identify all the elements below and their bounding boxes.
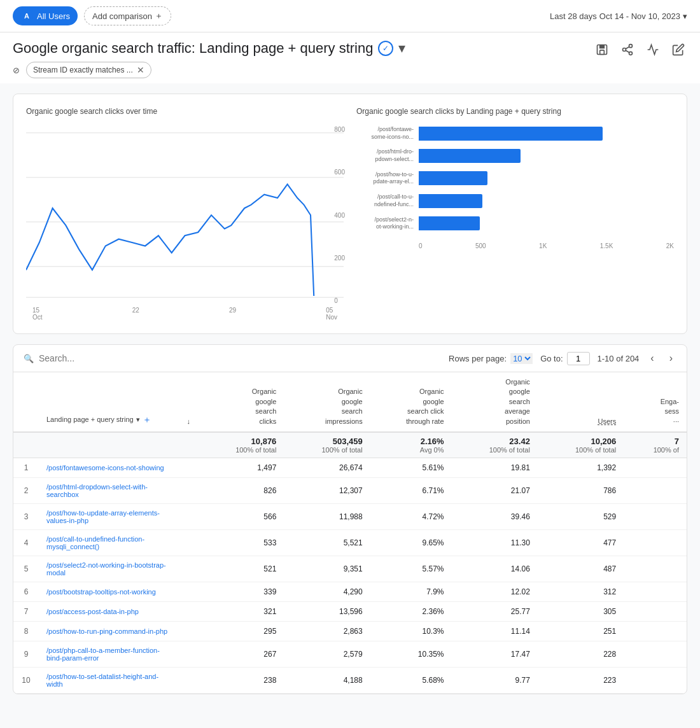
table-row: 2 /post/html-dropdown-select-with-search… (13, 477, 687, 503)
row-sort (179, 601, 198, 621)
row-clicks: 321 (198, 601, 284, 621)
svg-line-6 (626, 50, 629, 52)
row-position: 21.07 (452, 477, 538, 503)
row-ctr: 2.36% (370, 601, 452, 621)
row-clicks: 1,497 (198, 458, 284, 477)
chevron-down-icon[interactable]: ▾ (683, 11, 687, 21)
row-eng (624, 641, 687, 667)
all-users-button[interactable]: A All Users (13, 6, 78, 25)
row-landing[interactable]: /post/call-to-undefined-function-mysqli_… (39, 529, 179, 556)
row-landing[interactable]: /post/bootstrap-tooltips-not-working (39, 582, 179, 601)
totals-clicks: 10,876 100% of total (198, 432, 284, 458)
row-ctr: 9.65% (370, 529, 452, 556)
edit-icon (672, 43, 685, 56)
line-chart-area: 800 600 400 200 0 (26, 126, 344, 304)
add-dimension-icon[interactable]: ＋ (143, 414, 151, 426)
page-title-container: Google organic search traffic: Landing p… (13, 40, 405, 57)
col-header-users: Users (538, 372, 624, 432)
row-eng (624, 621, 687, 641)
row-ctr: 5.68% (370, 667, 452, 693)
bar-label: /post/html-dro-pdown-select... (356, 148, 414, 163)
chevron-down-icon-col[interactable]: ▾ (136, 415, 140, 424)
table-row: 9 /post/php-call-to-a-member-function-bi… (13, 641, 687, 667)
row-eng (624, 503, 687, 529)
row-num: 9 (13, 641, 39, 667)
row-ctr: 6.71% (370, 477, 452, 503)
filter-chip[interactable]: Stream ID exactly matches ... ✕ (26, 62, 151, 78)
title-actions (593, 41, 687, 62)
row-users: 251 (538, 621, 624, 641)
bar-row: /post/html-dro-pdown-select... (356, 148, 674, 163)
share-icon (621, 43, 634, 56)
row-clicks: 267 (198, 641, 284, 667)
svg-line-7 (626, 46, 629, 48)
bar-row: /post/how-to-u-pdate-array-el... (356, 171, 674, 186)
sort-icon[interactable]: ↓ (187, 417, 191, 425)
rows-per-page-select[interactable]: 10 25 50 (510, 353, 533, 364)
title-row: Google organic search traffic: Landing p… (13, 40, 687, 62)
row-landing[interactable]: /post/select2-not-working-in-bootstrap-m… (39, 556, 179, 582)
table-row: 6 /post/bootstrap-tooltips-not-working 3… (13, 582, 687, 601)
prev-page-button[interactable]: ‹ (647, 351, 657, 365)
row-landing[interactable]: /post/how-to-update-array-elements-value… (39, 503, 179, 529)
filter-bar: ⊘ Stream ID exactly matches ... ✕ (13, 62, 687, 78)
row-position: 9.77 (452, 667, 538, 693)
col-header-ctr: Organic google search click through rate (370, 372, 452, 432)
search-input[interactable] (39, 353, 230, 363)
insights-icon (647, 43, 659, 56)
row-users: 312 (538, 582, 624, 601)
search-box: 🔍 (24, 353, 449, 363)
all-users-label: All Users (37, 11, 70, 21)
table-row: 1 /post/fontawesome-icons-not-showing 1,… (13, 458, 687, 477)
row-impressions: 4,290 (284, 582, 370, 601)
row-num: 3 (13, 503, 39, 529)
totals-sort-cell (179, 432, 198, 458)
chevron-down-icon-title[interactable]: ▾ (398, 40, 405, 57)
date-range-prefix: Last 28 days (550, 11, 597, 21)
row-clicks: 566 (198, 503, 284, 529)
add-comparison-button[interactable]: Add comparison ＋ (84, 6, 171, 25)
bar-container (419, 216, 674, 230)
pagination-controls: Rows per page: 10 25 50 Go to: 1-10 of 2… (449, 351, 676, 365)
row-ctr: 10.3% (370, 621, 452, 641)
bar-label: /post/how-to-u-pdate-array-el... (356, 171, 414, 186)
row-sort (179, 503, 198, 529)
row-landing[interactable]: /post/access-post-data-in-php (39, 601, 179, 621)
row-sort (179, 458, 198, 477)
bar-fill (419, 194, 482, 208)
edit-icon-btn[interactable] (669, 41, 687, 62)
page-title: Google organic search traffic: Landing p… (13, 40, 373, 57)
row-sort (179, 621, 198, 641)
row-landing[interactable]: /post/html-dropdown-select-with-searchbo… (39, 477, 179, 503)
totals-row: 10,876 100% of total 503,459 100% of tot… (13, 432, 687, 458)
totals-eng: 7 100% of (624, 432, 687, 458)
row-clicks: 339 (198, 582, 284, 601)
share-icon-btn[interactable] (619, 41, 636, 62)
close-icon[interactable]: ✕ (137, 65, 144, 75)
row-landing[interactable]: /post/how-to-run-ping-command-in-php (39, 621, 179, 641)
rows-per-page: Rows per page: 10 25 50 (449, 353, 533, 364)
date-range-value: Oct 14 - Nov 10, 2023 (599, 11, 680, 21)
bar-label: /post/select2-n-ot-working-in... (356, 216, 414, 231)
insights-icon-btn[interactable] (644, 41, 662, 62)
search-icon: 🔍 (24, 354, 34, 363)
row-eng (624, 667, 687, 693)
row-sort (179, 556, 198, 582)
col-header-eng: Enga- sess ··· (624, 372, 687, 432)
row-num: 10 (13, 667, 39, 693)
col-header-clicks: Organic google search clicks (198, 372, 284, 432)
avatar: A (20, 10, 33, 22)
bar-row: /post/select2-n-ot-working-in... (356, 216, 674, 231)
row-landing[interactable]: /post/php-call-to-a-member-function-bind… (39, 641, 179, 667)
row-landing[interactable]: /post/fontawesome-icons-not-showing (39, 458, 179, 477)
save-icon-btn[interactable] (593, 41, 611, 62)
row-users: 228 (538, 641, 624, 667)
bar-label: /post/fontawe-some-icons-no... (356, 126, 414, 141)
next-page-button[interactable]: › (666, 351, 676, 365)
y-axis-labels: 800 600 400 200 0 (334, 126, 345, 304)
totals-ctr: 2.16% Avg 0% (370, 432, 452, 458)
row-users: 477 (538, 529, 624, 556)
row-landing[interactable]: /post/how-to-set-datalist-height-and-wid… (39, 667, 179, 693)
col-header-landing[interactable]: Landing page + query string ▾ ＋ (39, 372, 179, 432)
goto-input[interactable] (567, 352, 590, 365)
